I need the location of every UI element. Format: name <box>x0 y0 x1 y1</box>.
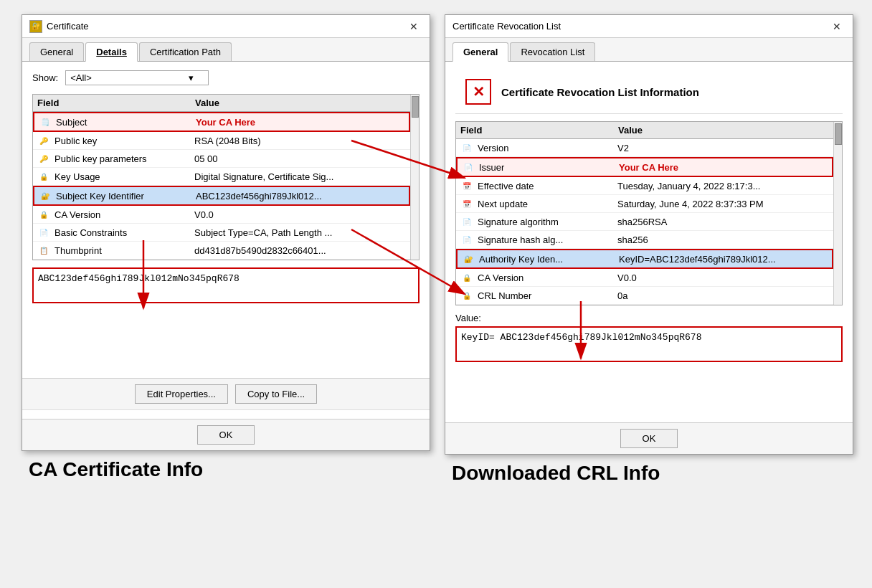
crl-titlebar: Certificate Revocation List ✕ <box>445 15 853 38</box>
table-row[interactable]: 🔐 Authority Key Iden... KeyID=ABC123def4… <box>456 249 833 269</box>
table-row[interactable]: 📅 Next update Saturday, June 4, 2022 8:3… <box>456 195 833 213</box>
nextupd-row-icon: 📅 <box>460 197 473 210</box>
row-value: Saturday, June 4, 2022 8:37:33 PM <box>617 199 829 209</box>
table-row[interactable]: 🔒 CA Version V0.0 <box>33 206 410 224</box>
table-row[interactable]: 📄 Signature hash alg... sha256 <box>456 231 833 249</box>
tab-certification-path[interactable]: Certification Path <box>139 42 232 61</box>
crl-ok-button[interactable]: OK <box>620 429 678 448</box>
tab-general[interactable]: General <box>29 42 84 61</box>
crl-dialog: Certificate Revocation List ✕ General Re… <box>445 14 853 455</box>
table-row[interactable]: 📅 Effective date Tuesday, January 4, 202… <box>456 177 833 195</box>
scrollbar[interactable] <box>410 95 419 260</box>
row-value: Tuesday, January 4, 2022 8:17:3... <box>617 181 829 191</box>
keyusage-row-icon: 🔒 <box>37 170 50 183</box>
cert-window-icon: 🔐 <box>29 20 42 33</box>
right-section-label: Downloaded CRL Info <box>445 462 660 485</box>
tab-crl-general[interactable]: General <box>452 42 508 62</box>
row-field: Thumbprint <box>54 245 194 256</box>
tab-revocation-list[interactable]: Revocation List <box>510 42 595 61</box>
certificate-dialog: 🔐 Certificate ✕ General Details Certific… <box>22 14 430 451</box>
crl-scrollbar[interactable] <box>833 122 842 305</box>
crl-field-table: Field Value 📄 Version V2 📄 Issuer <box>455 121 843 305</box>
table-row[interactable]: 📄 Basic Constraints Subject Type=CA, Pat… <box>33 224 410 242</box>
cert-value-box: ABC123def456ghi789Jkl012mNo345pqR678 <box>32 267 420 303</box>
table-row[interactable]: 🔒 CRL Number 0a <box>456 287 833 305</box>
field-table-header: Field Value <box>33 95 410 112</box>
effdate-row-icon: 📅 <box>460 179 473 192</box>
authkey-row-icon: 🔐 <box>462 252 475 265</box>
show-row: Show: <All> ▾ <box>32 70 420 85</box>
show-dropdown[interactable]: <All> ▾ <box>65 70 209 85</box>
basic-row-icon: 📄 <box>37 226 50 239</box>
row-field: Effective date <box>478 181 617 191</box>
crl-field-table-header: Field Value <box>456 122 833 139</box>
cert-window-title: Certificate <box>47 21 89 32</box>
crl-close-button[interactable]: ✕ <box>828 19 845 34</box>
crl-body: ✕ Certificate Revocation List Informatio… <box>445 62 853 422</box>
cert-footer: OK <box>22 419 430 450</box>
sigalg-row-icon: 📄 <box>460 215 473 228</box>
cert-row-icon: 🗒️ <box>39 115 52 128</box>
crl-empty-space <box>455 371 843 414</box>
row-value: RSA (2048 Bits) <box>194 136 406 146</box>
row-field: Basic Constraints <box>54 227 194 238</box>
cert-close-button[interactable]: ✕ <box>405 19 422 34</box>
table-row[interactable]: 📄 Issuer Your CA Here <box>456 157 833 177</box>
crl-cert-icon: ✕ <box>465 79 491 105</box>
row-field: Subject Key Identifier <box>56 191 196 201</box>
dropdown-chevron-icon: ▾ <box>189 72 194 83</box>
cert-tabs: General Details Certification Path <box>22 38 430 62</box>
col-field-header: Field <box>37 98 195 108</box>
row-value: Your CA Here <box>196 117 404 128</box>
issuer-row-icon: 📄 <box>462 161 475 174</box>
version-row-icon: 📄 <box>460 141 473 154</box>
crl-window-title: Certificate Revocation List <box>452 21 561 32</box>
row-value: Subject Type=CA, Path Length ... <box>194 227 406 238</box>
col-value-header: Value <box>195 98 406 108</box>
row-value: Digital Signature, Certificate Sig... <box>194 171 406 182</box>
cert-ok-button[interactable]: OK <box>197 425 255 445</box>
empty-space <box>32 312 420 369</box>
copy-to-file-button[interactable]: Copy to File... <box>235 384 317 404</box>
crl-info-title: Certificate Revocation List Information <box>501 86 699 98</box>
left-section-label: CA Certificate Info <box>22 458 203 481</box>
table-row[interactable]: 🔒 CA Version V0.0 <box>456 269 833 287</box>
show-value: <All> <box>70 72 92 83</box>
cert-body: Show: <All> ▾ Field Value <box>22 62 430 378</box>
crl-tabs: General Revocation List <box>445 38 853 62</box>
table-row[interactable]: 🔐 Subject Key Identifier ABC123def456ghi… <box>33 186 410 206</box>
row-value: V0.0 <box>617 272 829 283</box>
row-value: ABC123def456ghi789Jkl012... <box>196 191 404 201</box>
row-field: CA Version <box>54 209 194 220</box>
row-value: dd431d87b5490d2832c66401... <box>194 245 406 256</box>
crl-col-value-header: Value <box>618 125 829 136</box>
tab-details[interactable]: Details <box>85 42 138 62</box>
row-value: sha256 <box>617 234 829 245</box>
left-section-label-placeholder <box>22 409 430 419</box>
crlnum-row-icon: 🔒 <box>460 289 473 302</box>
row-field: Public key parameters <box>54 153 194 164</box>
table-row[interactable]: 📋 Thumbprint dd431d87b5490d2832c66401... <box>33 242 410 260</box>
row-field: Public key <box>54 136 194 146</box>
row-field: Subject <box>56 117 196 128</box>
row-value: 05 00 <box>194 153 406 164</box>
row-field: Authority Key Iden... <box>479 254 619 265</box>
thumb-row-icon: 📋 <box>37 244 50 257</box>
table-row[interactable]: 📄 Signature algorithm sha256RSA <box>456 213 833 231</box>
table-row[interactable]: 🔑 Public key RSA (2048 Bits) <box>33 132 410 150</box>
row-field: Key Usage <box>54 171 194 182</box>
edit-properties-button[interactable]: Edit Properties... <box>135 384 228 404</box>
crl-info-header: ✕ Certificate Revocation List Informatio… <box>455 70 843 114</box>
row-value: sha256RSA <box>617 217 829 227</box>
cert-field-table: Field Value 🗒️ Subject Your CA Here 🔑 <box>32 94 420 260</box>
crl-value-label: Value: <box>455 313 843 323</box>
table-row[interactable]: 🗒️ Subject Your CA Here <box>33 112 410 132</box>
table-row[interactable]: 🔒 Key Usage Digital Signature, Certifica… <box>33 168 410 186</box>
table-row[interactable]: 📄 Version V2 <box>456 139 833 157</box>
row-value: KeyID=ABC123def456ghi789Jkl012... <box>619 254 828 265</box>
sighash-row-icon: 📄 <box>460 233 473 246</box>
row-field: Signature algorithm <box>478 217 617 227</box>
table-row[interactable]: 🔑 Public key parameters 05 00 <box>33 150 410 168</box>
subjectkey-row-icon: 🔐 <box>39 189 52 202</box>
row-field: CA Version <box>478 272 617 283</box>
